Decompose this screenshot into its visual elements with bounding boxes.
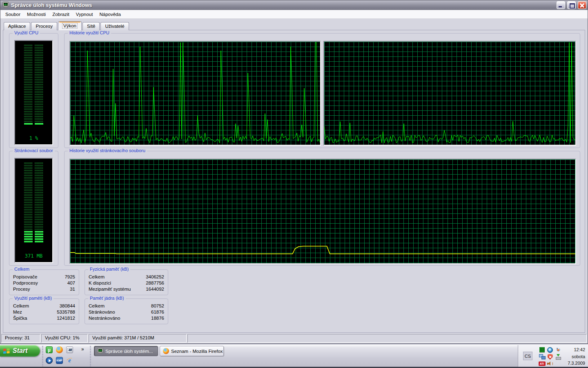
language-indicator[interactable]: CS: [523, 352, 532, 360]
monitor-viewer-icon[interactable]: [547, 347, 553, 353]
kernel-memory-group: Paměť jádra (kB) Celkem80752 Stránkováno…: [85, 298, 168, 324]
utorrent-icon[interactable]: µ: [46, 346, 53, 353]
tab-procesy[interactable]: Procesy: [31, 22, 57, 30]
stat-row: Celkem80752: [85, 303, 168, 309]
cpu-usage-group-title: Využití CPU: [13, 30, 40, 35]
cpu-usage-group: Využití CPU 1 %: [9, 33, 58, 148]
cpu-history-group-title: Historie využití CPU: [68, 30, 111, 35]
menu-soubor[interactable]: Soubor: [2, 11, 24, 18]
stat-row: K dispozici2887756: [85, 280, 168, 286]
status-memory-usage: Využití paměti: 371M / 5210M: [89, 334, 187, 343]
media-player-classic-icon[interactable]: [46, 357, 53, 364]
taskbar-clock: 12:42 sobota 7.3.2009: [568, 346, 585, 367]
title-bar[interactable]: Správce úloh systému Windows: [0, 0, 588, 10]
menu-bar: Soubor Možnosti Zobrazit Vypnout Nápověd…: [0, 10, 588, 19]
pagefile-history-graph: [69, 159, 576, 264]
clock-time: 12:42: [568, 346, 585, 353]
physical-memory-group-title: Fyzická paměť (kB): [88, 267, 130, 272]
firefox-icon[interactable]: [56, 346, 63, 353]
task-buttons: Správce úloh systém... Seznam - Mozilla …: [94, 346, 224, 356]
firefox-icon: [163, 348, 169, 354]
quick-launch-row-1: µ: [46, 346, 73, 353]
task-manager-icon: [2, 2, 9, 8]
start-button[interactable]: Start: [0, 345, 40, 357]
stat-row: Popisovače7925: [9, 274, 79, 280]
totals-group: Celkem Popisovače7925 Podprocesy407 Proc…: [9, 269, 79, 295]
ati-catalyst-icon[interactable]: ATI: [539, 361, 546, 366]
pagefile-usage-group: Stránkovací soubor 371 MB: [9, 151, 58, 266]
tray-icons: ATI: [538, 346, 562, 367]
taskbar-button-task-manager[interactable]: Správce úloh systém...: [94, 346, 158, 356]
network-activity-icon[interactable]: [539, 347, 545, 352]
kernel-memory-group-title: Paměť jádra (kB): [88, 296, 126, 301]
clock-date: 7.3.2009: [568, 360, 585, 367]
system-tray: CS ATI 12:42 sobota 7.3.2009: [518, 345, 588, 367]
tab-strip: Aplikace Procesy Výkon Sítě Uživatelé: [4, 21, 129, 30]
tab-aplikace[interactable]: Aplikace: [4, 22, 30, 30]
performance-tab-page: Využití CPU 1 % Historie využití CPU Str…: [3, 30, 585, 333]
memory-usage-group: Využití paměti (kB) Celkem380844 Mez5335…: [9, 298, 79, 324]
taskbar-button-label: Správce úloh systém...: [105, 349, 153, 354]
tab-uzivatele[interactable]: Uživatelé: [100, 22, 129, 30]
start-label: Start: [13, 347, 27, 355]
tab-vykon[interactable]: Výkon: [58, 21, 82, 30]
volume-icon[interactable]: [547, 361, 553, 367]
windows-logo-icon: [3, 348, 10, 354]
window-title: Správce úloh systému Windows: [11, 2, 555, 8]
stat-row: Procesy31: [9, 286, 79, 292]
pagefile-history-group-title: Historie využití stránkovacího souboru: [68, 148, 147, 153]
cpu2-history-graph: [323, 41, 576, 146]
minimize-button[interactable]: [557, 1, 565, 9]
physical-memory-group: Fyzická paměť (kB) Celkem3406252 K dispo…: [85, 269, 168, 295]
menu-napoveda[interactable]: Nápověda: [96, 11, 124, 18]
status-processes: Procesy: 31: [1, 334, 40, 343]
cpu-usage-meter: 1 %: [14, 40, 53, 145]
pagefile-history-group: Historie využití stránkovacího souboru: [64, 151, 580, 266]
stat-row: Celkem380844: [9, 303, 79, 309]
cpu-history-group: Historie využití CPU: [64, 33, 580, 148]
quick-launch-row-2: KMP e: [46, 357, 73, 364]
stat-row: Nestránkováno18876: [85, 315, 168, 321]
status-bar: Procesy: 31 Využití CPU: 1% Využití pamě…: [1, 334, 587, 343]
menu-zobrazit[interactable]: Zobrazit: [49, 11, 73, 18]
show-desktop-icon[interactable]: [66, 346, 73, 353]
status-cpu-usage: Využití CPU: 1%: [41, 334, 88, 343]
safely-remove-hardware-icon[interactable]: [555, 354, 561, 359]
pagefile-usage-value: 371 MB: [15, 253, 52, 259]
memory-usage-group-title: Využití paměti (kB): [13, 296, 53, 301]
cpu1-history-graph: [69, 41, 321, 146]
security-shield-alert-icon[interactable]: [548, 354, 553, 360]
taskbar-button-firefox[interactable]: Seznam - Mozilla Firefox: [160, 346, 224, 356]
tab-site[interactable]: Sítě: [82, 22, 100, 30]
task-manager-window: Správce úloh systému Windows Soubor Možn…: [0, 0, 588, 344]
kmplayer-icon[interactable]: KMP: [56, 357, 63, 364]
taskbar-button-label: Seznam - Mozilla Firefox: [171, 349, 223, 354]
chevron-icon[interactable]: »: [81, 346, 84, 352]
totals-group-title: Celkem: [13, 267, 31, 272]
stat-row: Špička1241812: [9, 315, 79, 321]
close-button[interactable]: [578, 1, 586, 9]
stat-row: Mezipaměť systému1644092: [85, 286, 168, 292]
clock-day: sobota: [568, 353, 585, 360]
desktop: Správce úloh systému Windows Soubor Možn…: [0, 0, 588, 368]
stat-row: Celkem3406252: [85, 274, 168, 280]
sync-arrows-icon[interactable]: [555, 347, 561, 353]
taskbar-divider-handle[interactable]: [90, 346, 91, 366]
pagefile-group-title: Stránkovací soubor: [13, 148, 55, 153]
internet-explorer-icon[interactable]: e: [66, 357, 73, 364]
task-manager-icon: [97, 348, 103, 354]
quick-launch-handle[interactable]: [42, 346, 43, 366]
pagefile-usage-meter: 371 MB: [14, 158, 53, 263]
network-computers-icon[interactable]: [539, 354, 545, 359]
stat-row: Mez5335788: [9, 309, 79, 315]
stat-row: Stránkováno61876: [85, 309, 168, 315]
taskbar: Start µ » KMP e Správce úloh systém...: [0, 344, 588, 368]
menu-moznosti[interactable]: Možnosti: [24, 11, 49, 18]
menu-vypnout[interactable]: Vypnout: [73, 11, 96, 18]
status-filler: [187, 334, 587, 343]
restore-button[interactable]: [567, 1, 576, 9]
stat-row: Podprocesy407: [9, 280, 79, 286]
cpu-usage-value: 1 %: [15, 135, 52, 141]
